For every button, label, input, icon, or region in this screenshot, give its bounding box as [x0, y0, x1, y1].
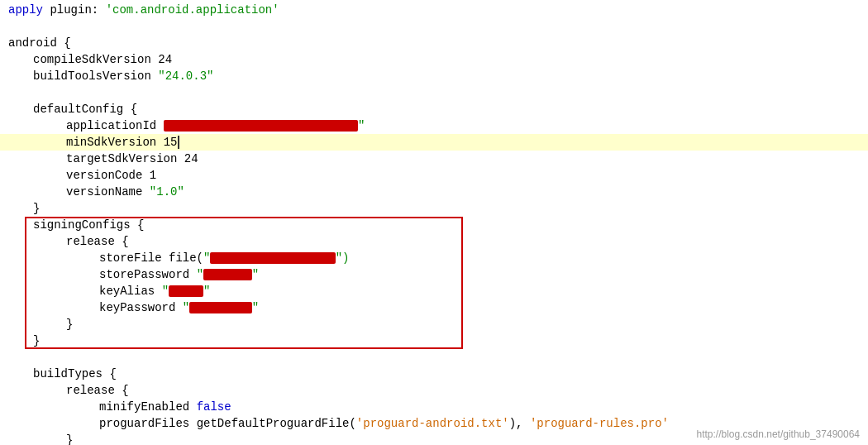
- code-line-9: minSdkVersion 15: [0, 134, 868, 151]
- code-line-6: [0, 84, 868, 101]
- code-line-24: release {: [0, 382, 868, 399]
- code-line-4: compileSdkVersion 24: [0, 51, 868, 68]
- code-line-1: apply plugin: 'com.android.application': [0, 2, 868, 18]
- code-line-2: [0, 18, 868, 35]
- code-line-16: storeFile file(" "): [0, 250, 868, 266]
- code-line-18: keyAlias " ": [0, 283, 868, 299]
- keyword-apply: apply: [8, 3, 43, 17]
- code-line-11: versionCode 1: [0, 167, 868, 184]
- code-line-8: applicationId ": [0, 117, 868, 134]
- code-editor: apply plugin: 'com.android.application' …: [0, 0, 868, 445]
- code-line-10: targetSdkVersion 24: [0, 151, 868, 167]
- code-line-21: }: [0, 333, 868, 349]
- code-line-25: minifyEnabled false: [0, 399, 868, 415]
- code-line-17: storePassword " ": [0, 266, 868, 283]
- code-line-20: }: [0, 316, 868, 333]
- code-line-13: }: [0, 200, 868, 217]
- redacted-keypassword: [189, 302, 252, 313]
- redacted-storepassword: [203, 269, 252, 280]
- code-line-22: [0, 349, 868, 366]
- watermark: http://blog.csdn.net/github_37490064: [697, 428, 861, 440]
- code-line-7: defaultConfig {: [0, 101, 868, 117]
- code-line-23: buildTypes {: [0, 366, 868, 382]
- code-line-15: release {: [0, 233, 868, 250]
- code-line-3: android {: [0, 35, 868, 51]
- signing-configs-section: signingConfigs { release { storeFile fil…: [0, 217, 868, 349]
- redacted-keyalias: [169, 285, 203, 297]
- redacted-storefile: [210, 252, 335, 264]
- code-line-5: buildToolsVersion "24.0.3": [0, 68, 868, 84]
- code-line-19: keyPassword " ": [0, 299, 868, 316]
- redacted-applicationid: [164, 120, 358, 132]
- code-line-14: signingConfigs {: [0, 217, 868, 233]
- code-line-12: versionName "1.0": [0, 184, 868, 200]
